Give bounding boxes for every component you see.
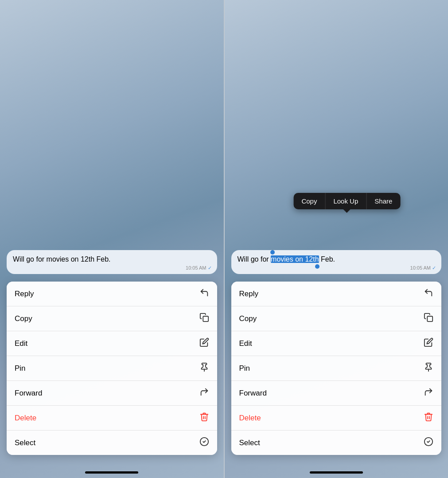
- right-message-area: Will go for movies on 12th Feb. 10:05 AM…: [231, 250, 442, 274]
- left-pin-label: Pin: [15, 364, 26, 373]
- right-menu-edit[interactable]: Edit: [231, 331, 442, 356]
- right-reply-label: Reply: [239, 290, 258, 298]
- right-forward-icon: [424, 387, 433, 399]
- right-edit-icon: [424, 337, 433, 349]
- right-copy-icon: [424, 313, 433, 325]
- left-menu-edit[interactable]: Edit: [7, 331, 217, 356]
- left-timestamp: 10:05 AM ✓: [186, 265, 211, 271]
- left-edit-icon: [199, 337, 209, 349]
- left-menu-copy[interactable]: Copy: [7, 306, 217, 331]
- right-select-icon: [424, 437, 433, 449]
- left-menu-pin[interactable]: Pin: [7, 356, 217, 381]
- popup-lookup-btn[interactable]: Look Up: [325, 193, 366, 209]
- right-panel: Copy Look Up Share Will go for movies on…: [225, 0, 448, 478]
- text-selection-popup: Copy Look Up Share: [293, 193, 400, 209]
- left-menu-forward[interactable]: Forward: [7, 381, 217, 406]
- left-copy-label: Copy: [15, 314, 32, 323]
- right-checkmark: ✓: [432, 265, 436, 271]
- right-msg-selected: movies on 12th: [271, 255, 319, 263]
- svg-rect-0: [203, 316, 208, 321]
- right-delete-label: Delete: [239, 414, 261, 423]
- left-panel: Will go for movies on 12th Feb. 10:05 AM…: [0, 0, 224, 478]
- left-select-label: Select: [15, 439, 35, 447]
- left-home-indicator: [85, 471, 138, 474]
- right-forward-label: Forward: [239, 389, 267, 398]
- left-context-menu: Reply Copy Edit: [7, 282, 217, 455]
- left-menu-select[interactable]: Select: [7, 431, 217, 455]
- svg-rect-3: [427, 316, 432, 321]
- right-home-indicator: [310, 471, 363, 474]
- left-reply-label: Reply: [15, 290, 34, 298]
- right-menu-delete[interactable]: Delete: [231, 406, 442, 431]
- left-pin-icon: [199, 362, 209, 374]
- right-select-label: Select: [239, 439, 260, 447]
- panel-divider: [224, 0, 225, 478]
- right-delete-icon: [424, 412, 433, 424]
- left-reply-icon: [199, 288, 209, 300]
- right-message-bubble: Will go for movies on 12th Feb. 10:05 AM…: [231, 250, 442, 274]
- left-edit-label: Edit: [15, 339, 27, 348]
- left-delete-icon: [199, 412, 209, 424]
- left-menu-delete[interactable]: Delete: [7, 406, 217, 431]
- popup-copy-btn[interactable]: Copy: [293, 193, 325, 209]
- right-menu-pin[interactable]: Pin: [231, 356, 442, 381]
- selection-handle-left: [270, 250, 275, 255]
- right-time-text: 10:05 AM: [410, 265, 431, 271]
- right-context-menu: Reply Copy Edit: [231, 282, 442, 455]
- selection-handle-right: [315, 264, 319, 269]
- right-menu-forward[interactable]: Forward: [231, 381, 442, 406]
- left-delete-label: Delete: [15, 414, 36, 423]
- right-msg-suffix: Feb.: [319, 255, 335, 263]
- left-forward-label: Forward: [15, 389, 42, 398]
- right-menu-copy[interactable]: Copy: [231, 306, 442, 331]
- left-menu-reply[interactable]: Reply: [7, 282, 217, 306]
- popup-share-btn[interactable]: Share: [366, 193, 400, 209]
- right-msg-prefix: Will go for: [238, 255, 271, 263]
- left-message-text: Will go for movies on 12th Feb.: [13, 255, 111, 263]
- right-pin-label: Pin: [239, 364, 250, 373]
- left-forward-icon: [199, 387, 209, 399]
- left-message-area: Will go for movies on 12th Feb. 10:05 AM…: [7, 250, 217, 274]
- right-timestamp: 10:05 AM ✓: [410, 265, 436, 271]
- right-pin-icon: [424, 362, 433, 374]
- left-checkmark: ✓: [208, 265, 212, 271]
- left-message-bubble: Will go for movies on 12th Feb. 10:05 AM…: [7, 250, 217, 274]
- left-copy-icon: [199, 313, 209, 325]
- right-menu-select[interactable]: Select: [231, 431, 442, 455]
- right-copy-label: Copy: [239, 314, 257, 323]
- right-menu-reply[interactable]: Reply: [231, 282, 442, 306]
- right-reply-icon: [424, 288, 433, 300]
- right-edit-label: Edit: [239, 339, 252, 348]
- left-select-icon: [199, 437, 209, 449]
